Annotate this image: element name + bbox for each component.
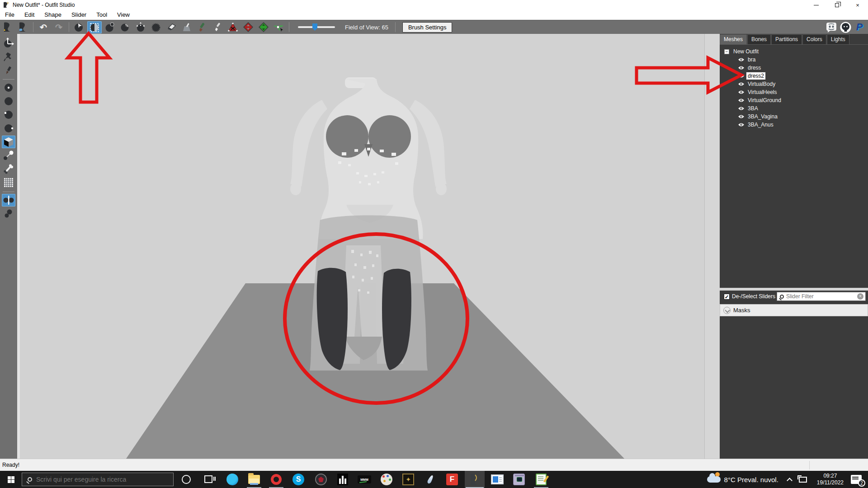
start-button[interactable]: [0, 471, 22, 488]
menu-file[interactable]: File: [0, 10, 19, 20]
perspective-view-icon[interactable]: [2, 136, 15, 148]
tree-item-3ba-anus[interactable]: 3BA_Anus: [720, 121, 868, 129]
bone-icon[interactable]: [2, 163, 15, 175]
taskbar-fallout-icon[interactable]: F: [442, 471, 462, 488]
taskbar-skype-icon[interactable]: S: [288, 471, 308, 488]
fov-slider-thumb[interactable]: [312, 23, 317, 31]
taskbar-edge-icon[interactable]: [222, 471, 242, 488]
collapse-icon[interactable]: −: [724, 49, 729, 54]
taskbar-feather-icon[interactable]: [420, 471, 440, 488]
transform-gizmo-icon[interactable]: [2, 37, 15, 49]
tree-item-virtualground[interactable]: VirtualGround: [720, 96, 868, 104]
slider-filter-input[interactable]: [786, 293, 857, 300]
eye-icon[interactable]: [738, 98, 745, 103]
tree-root-label[interactable]: New Outfit: [732, 48, 760, 55]
brush-settings-button[interactable]: Brush Settings: [402, 22, 453, 33]
eye-icon[interactable]: [738, 122, 745, 127]
eye-icon[interactable]: [738, 74, 745, 78]
paypal-icon[interactable]: P: [854, 21, 865, 33]
tab-partitions[interactable]: Partitions: [771, 34, 802, 44]
menu-shape[interactable]: Shape: [39, 10, 66, 20]
eye-icon[interactable]: [738, 82, 745, 86]
taskbar-notepad-icon[interactable]: [531, 471, 551, 488]
menu-tool[interactable]: Tool: [91, 10, 112, 20]
select-tool-icon[interactable]: [72, 21, 86, 33]
field-decrease-icon[interactable]: [241, 21, 255, 33]
pen-icon[interactable]: [2, 64, 15, 76]
undo-icon[interactable]: ↶: [36, 21, 51, 33]
github-icon[interactable]: [840, 21, 851, 33]
vertex-overlay-icon[interactable]: [2, 207, 15, 220]
pin-icon[interactable]: [2, 50, 15, 63]
tree-item-dress[interactable]: dress: [720, 64, 868, 72]
menu-edit[interactable]: Edit: [19, 10, 39, 20]
network-icon[interactable]: [799, 477, 807, 483]
tab-bones[interactable]: Bones: [747, 34, 771, 44]
fov-slider[interactable]: [298, 26, 335, 28]
view-right-icon[interactable]: [2, 122, 15, 135]
taskbar-search[interactable]: [22, 473, 174, 486]
redo-icon[interactable]: ↷: [52, 21, 66, 33]
notification-icon[interactable]: 2: [851, 475, 862, 484]
minimize-button[interactable]: [806, 0, 826, 10]
deselect-sliders-checkbox[interactable]: ✓: [724, 294, 730, 300]
taskbar-game-icon[interactable]: [333, 471, 353, 488]
taskbar-outfit-studio-icon[interactable]: [465, 471, 485, 488]
tray-expand-icon[interactable]: [787, 478, 793, 483]
taskbar-search-input[interactable]: [36, 476, 173, 483]
smooth-brush-icon[interactable]: [149, 21, 163, 33]
masks-expander[interactable]: Masks: [720, 304, 868, 316]
taskbar-window-app-icon[interactable]: [487, 471, 507, 488]
mask-brush-icon[interactable]: [87, 21, 102, 33]
view-front-icon[interactable]: [2, 81, 15, 94]
selected-mesh-label[interactable]: dress2: [746, 72, 765, 80]
tab-lights[interactable]: Lights: [827, 34, 849, 44]
restore-button[interactable]: [826, 0, 847, 10]
tree-item-virtualbody[interactable]: VirtualBody: [720, 80, 868, 88]
eye-icon[interactable]: [738, 57, 745, 62]
pose-tool-icon[interactable]: [272, 21, 286, 33]
move-brush-icon[interactable]: [133, 21, 148, 33]
view-left-icon[interactable]: [2, 108, 15, 121]
eye-icon[interactable]: [738, 106, 745, 111]
chevron-down-icon[interactable]: [723, 307, 731, 314]
undiff-brush-icon[interactable]: [164, 21, 179, 33]
vertex-edit-icon[interactable]: [2, 149, 15, 162]
collision-brush-icon[interactable]: [226, 21, 240, 33]
close-button[interactable]: ×: [847, 0, 868, 10]
taskbar-vortex-icon[interactable]: [311, 471, 331, 488]
view-back-icon[interactable]: [2, 95, 15, 108]
taskbar-paint-icon[interactable]: [377, 471, 396, 488]
taskbar-mmm-icon[interactable]: MMM: [354, 471, 374, 488]
menu-slider[interactable]: Slider: [66, 10, 91, 20]
tree-item-3ba-vagina[interactable]: 3BA_Vagina: [720, 113, 868, 121]
grid-icon[interactable]: [2, 176, 15, 189]
tree-item-dress2[interactable]: dress2: [720, 72, 868, 80]
new-project-icon[interactable]: [0, 21, 15, 33]
clock[interactable]: 09:27 19/11/2022: [812, 473, 848, 486]
eye-icon[interactable]: [738, 114, 745, 119]
cortana-icon[interactable]: [182, 475, 191, 484]
inflate-brush-icon[interactable]: [103, 21, 117, 33]
tree-root[interactable]: − New Outfit: [720, 47, 868, 56]
tree-item-3ba[interactable]: 3BA: [720, 104, 868, 113]
clear-filter-icon[interactable]: ×: [857, 293, 863, 300]
taskbar-explorer-icon[interactable]: [244, 471, 264, 488]
task-view-icon[interactable]: [204, 475, 212, 483]
tree-item-virtualheels[interactable]: VirtualHeels: [720, 88, 868, 96]
weight-brush-icon[interactable]: [179, 21, 194, 33]
color-brush-icon[interactable]: [195, 21, 209, 33]
eye-icon[interactable]: [738, 90, 745, 94]
deflate-brush-icon[interactable]: [118, 21, 132, 33]
menu-view[interactable]: View: [112, 10, 135, 20]
taskbar-skyrim-icon[interactable]: ✦: [398, 471, 418, 488]
taskbar-opera-icon[interactable]: [266, 471, 286, 488]
x-mirror-icon[interactable]: [2, 194, 15, 206]
tab-colors[interactable]: Colors: [802, 34, 826, 44]
alpha-brush-icon[interactable]: [210, 21, 225, 33]
slider-filter-box[interactable]: ×: [777, 292, 866, 301]
eye-icon[interactable]: [738, 66, 745, 70]
viewport-3d[interactable]: [20, 34, 704, 459]
weather-widget[interactable]: 8°C Preval. nuvol.: [701, 476, 785, 483]
discord-icon[interactable]: [826, 21, 837, 33]
